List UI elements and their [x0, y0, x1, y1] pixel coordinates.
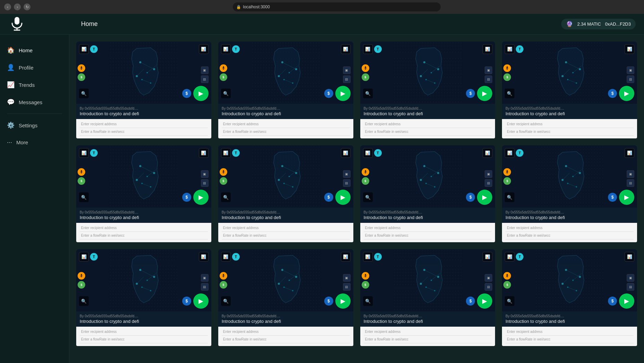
play-button[interactable]: ▶: [477, 86, 492, 101]
sidebar-item-messages[interactable]: 💬 Messages: [0, 93, 69, 111]
video-card[interactable]: 📊 T 📊 ₿ $ ▣ ▤ 🔍: [502, 145, 637, 242]
recipient-input[interactable]: [80, 224, 208, 232]
sidebar-item-settings[interactable]: ⚙️ Settings: [0, 117, 69, 134]
card-author: By 0x555s5ds555sd55d8s55dsdsfd....: [80, 314, 208, 318]
video-card[interactable]: 📊 T 📊 ₿ $ ▣ ▤ 🔍: [76, 42, 211, 138]
card-title: Introduction to crypto and defi: [505, 215, 634, 220]
flowrate-input[interactable]: [222, 232, 350, 239]
play-button[interactable]: ▶: [619, 293, 634, 309]
float-box-2: ▤: [485, 75, 492, 83]
green-coin: $: [78, 177, 85, 185]
search-icon[interactable]: 🔍: [363, 192, 373, 202]
search-icon[interactable]: 🔍: [79, 192, 89, 202]
search-icon[interactable]: 🔍: [505, 192, 514, 202]
play-button[interactable]: ▶: [335, 86, 351, 101]
flowrate-input[interactable]: [80, 336, 208, 343]
recipient-input[interactable]: [222, 328, 350, 336]
card-overlay: 📊 T 📊 ₿ $ ▣ ▤ 🔍: [218, 145, 353, 208]
recipient-input[interactable]: [222, 224, 350, 232]
recipient-input[interactable]: [505, 328, 634, 336]
flowrate-input[interactable]: [80, 128, 208, 136]
chart-icon: 📊: [341, 252, 351, 262]
card-author: By 0x555s5ds555sd55d8s55dsdsfd....: [364, 314, 492, 318]
play-button[interactable]: ▶: [619, 86, 634, 101]
flowrate-input[interactable]: [364, 128, 492, 136]
flowrate-input[interactable]: [222, 128, 350, 136]
play-button[interactable]: ▶: [193, 190, 209, 205]
video-card[interactable]: 📊 T 📊 ₿ $ ▣ ▤ 🔍: [502, 249, 637, 346]
chart-icon: 📊: [483, 252, 492, 262]
flowrate-input[interactable]: [505, 128, 634, 136]
flowrate-input[interactable]: [505, 232, 634, 239]
flowrate-input[interactable]: [364, 232, 492, 239]
sidebar-item-more[interactable]: ··· More: [0, 134, 69, 151]
green-coin: $: [78, 73, 85, 81]
refresh-button[interactable]: ↻: [24, 3, 30, 10]
card-info: By 0x555s5ds555sd55d8s55dsdsfd.... Intro…: [360, 104, 495, 119]
recipient-input[interactable]: [222, 120, 350, 128]
play-button[interactable]: ▶: [619, 190, 634, 205]
float-box-1: ▣: [627, 66, 634, 74]
card-info: By 0x555s5ds555sd55d8s55dsdsfd.... Intro…: [76, 104, 211, 119]
search-icon[interactable]: 🔍: [505, 296, 514, 306]
play-button[interactable]: ▶: [335, 293, 351, 309]
card-overlay: 📊 T 📊 ₿ $ ▣ ▤ 🔍: [218, 42, 353, 104]
video-card[interactable]: 📊 T 📊 ₿ $ ▣ ▤ 🔍: [218, 145, 353, 242]
video-card[interactable]: 📊 T 📊 ₿ $ ▣ ▤ 🔍: [218, 249, 353, 346]
chart-icon: 📊: [625, 148, 634, 158]
recipient-input[interactable]: [364, 328, 492, 336]
flowrate-input[interactable]: [80, 232, 208, 239]
green-coin: $: [362, 281, 369, 289]
video-card[interactable]: 📊 T 📊 ₿ $ ▣ ▤ 🔍: [360, 249, 495, 346]
chart-icon: 📊: [341, 148, 351, 158]
url-bar[interactable]: 🔒 localhost:3000: [233, 2, 441, 11]
flowrate-input[interactable]: [505, 336, 634, 343]
card-bottom-row: 🔍 $ ▶: [79, 190, 209, 205]
play-button[interactable]: ▶: [193, 86, 209, 101]
video-card[interactable]: 📊 T 📊 ₿ $ ▣ ▤ 🔍: [502, 42, 637, 138]
search-icon[interactable]: 🔍: [505, 89, 514, 98]
video-card[interactable]: 📊 T 📊 ₿ $ ▣ ▤ 🔍: [360, 42, 495, 138]
chart-icon: 📊: [199, 148, 209, 158]
forward-button[interactable]: ›: [14, 3, 21, 10]
sidebar-item-profile[interactable]: 👤 Profile: [0, 59, 69, 76]
play-button[interactable]: ▶: [477, 190, 492, 205]
coin-icons: ₿ $: [503, 272, 511, 289]
recipient-input[interactable]: [364, 120, 492, 128]
float-box-2: ▤: [627, 179, 634, 187]
search-icon[interactable]: 🔍: [79, 89, 89, 98]
sidebar-item-trends[interactable]: 📈 Trends: [0, 76, 69, 93]
stats-icon: 📊: [363, 148, 373, 158]
card-title: Introduction to crypto and defi: [80, 319, 208, 324]
recipient-input[interactable]: [80, 328, 208, 336]
video-card[interactable]: 📊 T 📊 ₿ $ ▣ ▤ 🔍: [76, 145, 211, 242]
card-info: By 0x555s5ds555sd55d8s55dsdsfd.... Intro…: [502, 104, 637, 119]
search-icon[interactable]: 🔍: [221, 192, 231, 202]
recipient-input[interactable]: [505, 120, 634, 128]
card-overlay: 📊 T 📊 ₿ $ ▣ ▤ 🔍: [76, 249, 211, 311]
dollar-badge: $: [324, 193, 333, 202]
search-icon[interactable]: 🔍: [363, 296, 373, 306]
recipient-input[interactable]: [505, 224, 634, 232]
sidebar-item-home[interactable]: 🏠 Home: [0, 42, 69, 59]
search-icon[interactable]: 🔍: [221, 89, 231, 98]
card-thumbnail: 📊 T 📊 ₿ $ ▣ ▤ 🔍: [218, 249, 353, 311]
recipient-input[interactable]: [80, 120, 208, 128]
search-icon[interactable]: 🔍: [221, 296, 231, 306]
video-card[interactable]: 📊 T 📊 ₿ $ ▣ ▤ 🔍: [76, 249, 211, 346]
token-badge: T: [516, 45, 523, 53]
card-title: Introduction to crypto and defi: [505, 111, 634, 116]
video-card[interactable]: 📊 T 📊 ₿ $ ▣ ▤ 🔍: [360, 145, 495, 242]
play-button[interactable]: ▶: [193, 293, 209, 309]
back-button[interactable]: ‹: [4, 3, 11, 10]
play-button[interactable]: ▶: [335, 190, 351, 205]
flowrate-input[interactable]: [222, 336, 350, 343]
play-button[interactable]: ▶: [477, 293, 492, 309]
card-bottom-row: 🔍 $ ▶: [505, 86, 634, 101]
search-icon[interactable]: 🔍: [79, 296, 89, 306]
recipient-input[interactable]: [364, 224, 492, 232]
search-icon[interactable]: 🔍: [363, 89, 373, 98]
flowrate-input[interactable]: [364, 336, 492, 343]
video-card[interactable]: 📊 T 📊 ₿ $ ▣ ▤ 🔍: [218, 42, 353, 138]
wallet-info[interactable]: 🔮 2.34 MATIC 0xAD...F2D3: [561, 19, 636, 29]
